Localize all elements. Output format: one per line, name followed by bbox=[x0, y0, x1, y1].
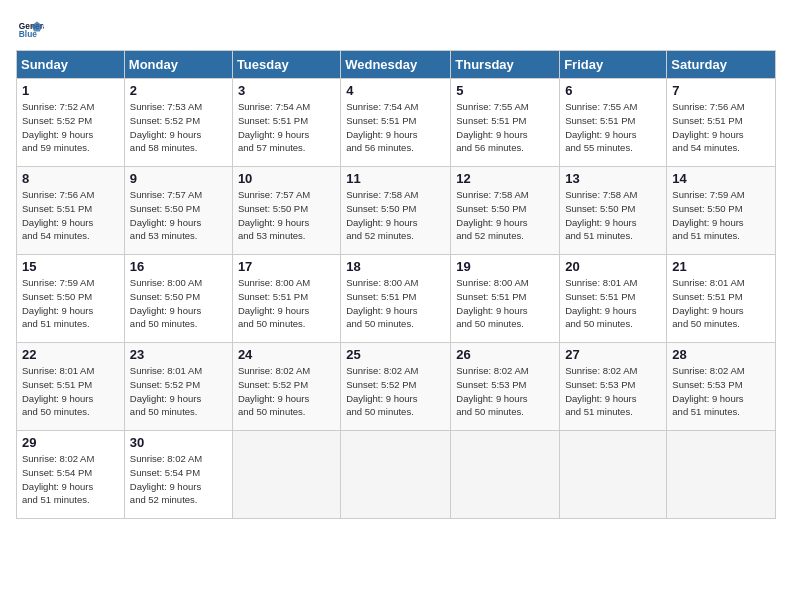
calendar-cell: 3Sunrise: 7:54 AM Sunset: 5:51 PM Daylig… bbox=[232, 79, 340, 167]
calendar-cell bbox=[667, 431, 776, 519]
day-number: 10 bbox=[238, 171, 335, 186]
calendar-row-5: 29Sunrise: 8:02 AM Sunset: 5:54 PM Dayli… bbox=[17, 431, 776, 519]
day-number: 15 bbox=[22, 259, 119, 274]
day-number: 30 bbox=[130, 435, 227, 450]
weekday-header-thursday: Thursday bbox=[451, 51, 560, 79]
calendar-cell bbox=[560, 431, 667, 519]
calendar-row-3: 15Sunrise: 7:59 AM Sunset: 5:50 PM Dayli… bbox=[17, 255, 776, 343]
day-info: Sunrise: 7:59 AM Sunset: 5:50 PM Dayligh… bbox=[22, 276, 119, 331]
day-number: 17 bbox=[238, 259, 335, 274]
day-info: Sunrise: 8:02 AM Sunset: 5:53 PM Dayligh… bbox=[565, 364, 661, 419]
day-number: 14 bbox=[672, 171, 770, 186]
calendar-cell: 24Sunrise: 8:02 AM Sunset: 5:52 PM Dayli… bbox=[232, 343, 340, 431]
calendar-cell: 29Sunrise: 8:02 AM Sunset: 5:54 PM Dayli… bbox=[17, 431, 125, 519]
day-info: Sunrise: 8:00 AM Sunset: 5:50 PM Dayligh… bbox=[130, 276, 227, 331]
calendar-cell: 27Sunrise: 8:02 AM Sunset: 5:53 PM Dayli… bbox=[560, 343, 667, 431]
logo-icon: General Blue bbox=[16, 16, 44, 44]
calendar-cell: 25Sunrise: 8:02 AM Sunset: 5:52 PM Dayli… bbox=[341, 343, 451, 431]
day-number: 21 bbox=[672, 259, 770, 274]
day-info: Sunrise: 7:58 AM Sunset: 5:50 PM Dayligh… bbox=[456, 188, 554, 243]
day-number: 25 bbox=[346, 347, 445, 362]
calendar-row-2: 8Sunrise: 7:56 AM Sunset: 5:51 PM Daylig… bbox=[17, 167, 776, 255]
calendar-cell: 2Sunrise: 7:53 AM Sunset: 5:52 PM Daylig… bbox=[124, 79, 232, 167]
day-info: Sunrise: 8:00 AM Sunset: 5:51 PM Dayligh… bbox=[456, 276, 554, 331]
day-info: Sunrise: 7:56 AM Sunset: 5:51 PM Dayligh… bbox=[672, 100, 770, 155]
day-info: Sunrise: 8:01 AM Sunset: 5:52 PM Dayligh… bbox=[130, 364, 227, 419]
day-number: 1 bbox=[22, 83, 119, 98]
calendar-cell: 10Sunrise: 7:57 AM Sunset: 5:50 PM Dayli… bbox=[232, 167, 340, 255]
day-number: 7 bbox=[672, 83, 770, 98]
day-info: Sunrise: 7:56 AM Sunset: 5:51 PM Dayligh… bbox=[22, 188, 119, 243]
calendar-cell: 11Sunrise: 7:58 AM Sunset: 5:50 PM Dayli… bbox=[341, 167, 451, 255]
day-number: 12 bbox=[456, 171, 554, 186]
calendar-cell: 16Sunrise: 8:00 AM Sunset: 5:50 PM Dayli… bbox=[124, 255, 232, 343]
day-number: 6 bbox=[565, 83, 661, 98]
weekday-header-sunday: Sunday bbox=[17, 51, 125, 79]
day-info: Sunrise: 7:57 AM Sunset: 5:50 PM Dayligh… bbox=[238, 188, 335, 243]
calendar-cell bbox=[232, 431, 340, 519]
calendar-cell: 19Sunrise: 8:00 AM Sunset: 5:51 PM Dayli… bbox=[451, 255, 560, 343]
calendar-header-row: SundayMondayTuesdayWednesdayThursdayFrid… bbox=[17, 51, 776, 79]
day-number: 28 bbox=[672, 347, 770, 362]
day-info: Sunrise: 7:55 AM Sunset: 5:51 PM Dayligh… bbox=[456, 100, 554, 155]
calendar-cell bbox=[451, 431, 560, 519]
day-number: 20 bbox=[565, 259, 661, 274]
day-number: 23 bbox=[130, 347, 227, 362]
day-number: 8 bbox=[22, 171, 119, 186]
calendar-cell: 7Sunrise: 7:56 AM Sunset: 5:51 PM Daylig… bbox=[667, 79, 776, 167]
weekday-header-friday: Friday bbox=[560, 51, 667, 79]
day-info: Sunrise: 7:57 AM Sunset: 5:50 PM Dayligh… bbox=[130, 188, 227, 243]
calendar-body: 1Sunrise: 7:52 AM Sunset: 5:52 PM Daylig… bbox=[17, 79, 776, 519]
calendar-cell: 6Sunrise: 7:55 AM Sunset: 5:51 PM Daylig… bbox=[560, 79, 667, 167]
calendar-cell: 20Sunrise: 8:01 AM Sunset: 5:51 PM Dayli… bbox=[560, 255, 667, 343]
day-info: Sunrise: 7:54 AM Sunset: 5:51 PM Dayligh… bbox=[346, 100, 445, 155]
calendar-cell: 28Sunrise: 8:02 AM Sunset: 5:53 PM Dayli… bbox=[667, 343, 776, 431]
day-number: 4 bbox=[346, 83, 445, 98]
calendar-cell: 13Sunrise: 7:58 AM Sunset: 5:50 PM Dayli… bbox=[560, 167, 667, 255]
day-info: Sunrise: 8:01 AM Sunset: 5:51 PM Dayligh… bbox=[22, 364, 119, 419]
day-info: Sunrise: 8:02 AM Sunset: 5:53 PM Dayligh… bbox=[456, 364, 554, 419]
calendar-cell: 23Sunrise: 8:01 AM Sunset: 5:52 PM Dayli… bbox=[124, 343, 232, 431]
day-number: 9 bbox=[130, 171, 227, 186]
day-number: 19 bbox=[456, 259, 554, 274]
weekday-header-tuesday: Tuesday bbox=[232, 51, 340, 79]
calendar-cell: 5Sunrise: 7:55 AM Sunset: 5:51 PM Daylig… bbox=[451, 79, 560, 167]
logo: General Blue bbox=[16, 16, 48, 44]
day-number: 27 bbox=[565, 347, 661, 362]
calendar-cell: 21Sunrise: 8:01 AM Sunset: 5:51 PM Dayli… bbox=[667, 255, 776, 343]
day-info: Sunrise: 8:01 AM Sunset: 5:51 PM Dayligh… bbox=[565, 276, 661, 331]
day-number: 16 bbox=[130, 259, 227, 274]
day-number: 29 bbox=[22, 435, 119, 450]
calendar-table: SundayMondayTuesdayWednesdayThursdayFrid… bbox=[16, 50, 776, 519]
calendar-row-1: 1Sunrise: 7:52 AM Sunset: 5:52 PM Daylig… bbox=[17, 79, 776, 167]
day-info: Sunrise: 7:59 AM Sunset: 5:50 PM Dayligh… bbox=[672, 188, 770, 243]
day-number: 24 bbox=[238, 347, 335, 362]
day-info: Sunrise: 7:58 AM Sunset: 5:50 PM Dayligh… bbox=[565, 188, 661, 243]
calendar-cell: 14Sunrise: 7:59 AM Sunset: 5:50 PM Dayli… bbox=[667, 167, 776, 255]
calendar-cell: 22Sunrise: 8:01 AM Sunset: 5:51 PM Dayli… bbox=[17, 343, 125, 431]
day-number: 2 bbox=[130, 83, 227, 98]
day-info: Sunrise: 8:02 AM Sunset: 5:54 PM Dayligh… bbox=[130, 452, 227, 507]
calendar-row-4: 22Sunrise: 8:01 AM Sunset: 5:51 PM Dayli… bbox=[17, 343, 776, 431]
page-header: General Blue bbox=[16, 16, 776, 44]
calendar-cell: 30Sunrise: 8:02 AM Sunset: 5:54 PM Dayli… bbox=[124, 431, 232, 519]
day-number: 22 bbox=[22, 347, 119, 362]
day-info: Sunrise: 8:00 AM Sunset: 5:51 PM Dayligh… bbox=[346, 276, 445, 331]
day-number: 5 bbox=[456, 83, 554, 98]
day-number: 18 bbox=[346, 259, 445, 274]
day-info: Sunrise: 8:02 AM Sunset: 5:53 PM Dayligh… bbox=[672, 364, 770, 419]
day-number: 26 bbox=[456, 347, 554, 362]
day-info: Sunrise: 7:54 AM Sunset: 5:51 PM Dayligh… bbox=[238, 100, 335, 155]
day-info: Sunrise: 7:52 AM Sunset: 5:52 PM Dayligh… bbox=[22, 100, 119, 155]
day-number: 3 bbox=[238, 83, 335, 98]
weekday-header-monday: Monday bbox=[124, 51, 232, 79]
calendar-cell: 12Sunrise: 7:58 AM Sunset: 5:50 PM Dayli… bbox=[451, 167, 560, 255]
day-info: Sunrise: 8:01 AM Sunset: 5:51 PM Dayligh… bbox=[672, 276, 770, 331]
calendar-cell: 18Sunrise: 8:00 AM Sunset: 5:51 PM Dayli… bbox=[341, 255, 451, 343]
weekday-header-wednesday: Wednesday bbox=[341, 51, 451, 79]
day-info: Sunrise: 7:58 AM Sunset: 5:50 PM Dayligh… bbox=[346, 188, 445, 243]
calendar-cell: 8Sunrise: 7:56 AM Sunset: 5:51 PM Daylig… bbox=[17, 167, 125, 255]
day-info: Sunrise: 8:00 AM Sunset: 5:51 PM Dayligh… bbox=[238, 276, 335, 331]
day-number: 13 bbox=[565, 171, 661, 186]
day-info: Sunrise: 7:53 AM Sunset: 5:52 PM Dayligh… bbox=[130, 100, 227, 155]
